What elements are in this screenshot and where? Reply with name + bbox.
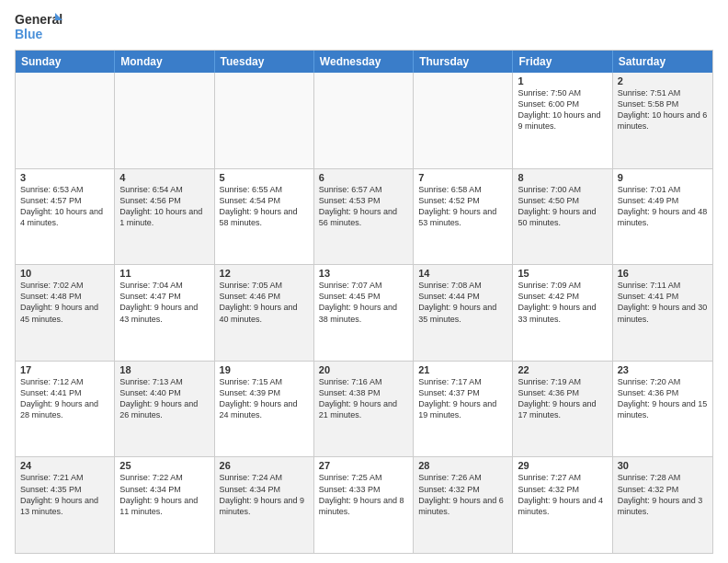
logo: GeneralBlue xyxy=(15,11,63,42)
day-number: 7 xyxy=(418,172,507,183)
day-info: Sunrise: 7:51 AM Sunset: 5:58 PM Dayligh… xyxy=(618,87,708,132)
day-number: 4 xyxy=(119,172,209,183)
calendar-cell-day-1: 1Sunrise: 7:50 AM Sunset: 6:00 PM Daylig… xyxy=(513,73,612,168)
svg-text:Blue: Blue xyxy=(15,27,43,41)
calendar-cell-empty-0-3 xyxy=(314,73,414,168)
calendar-row-0: 1Sunrise: 7:50 AM Sunset: 6:00 PM Daylig… xyxy=(16,73,712,168)
day-header-tuesday: Tuesday xyxy=(215,51,314,73)
day-info: Sunrise: 7:08 AM Sunset: 4:44 PM Dayligh… xyxy=(418,280,507,325)
day-info: Sunrise: 7:21 AM Sunset: 4:35 PM Dayligh… xyxy=(20,472,109,517)
calendar-cell-day-28: 28Sunrise: 7:26 AM Sunset: 4:32 PM Dayli… xyxy=(414,457,513,553)
calendar-header-row: SundayMondayTuesdayWednesdayThursdayFrid… xyxy=(16,51,712,73)
calendar-cell-day-16: 16Sunrise: 7:11 AM Sunset: 4:41 PM Dayli… xyxy=(613,265,712,361)
day-header-thursday: Thursday xyxy=(414,51,513,73)
calendar-cell-day-9: 9Sunrise: 7:01 AM Sunset: 4:49 PM Daylig… xyxy=(613,169,712,265)
calendar-cell-day-4: 4Sunrise: 6:54 AM Sunset: 4:56 PM Daylig… xyxy=(115,169,214,265)
calendar-cell-day-29: 29Sunrise: 7:27 AM Sunset: 4:32 PM Dayli… xyxy=(513,457,612,553)
calendar-cell-day-14: 14Sunrise: 7:08 AM Sunset: 4:44 PM Dayli… xyxy=(414,265,513,361)
day-info: Sunrise: 6:55 AM Sunset: 4:54 PM Dayligh… xyxy=(220,184,309,229)
day-info: Sunrise: 7:17 AM Sunset: 4:37 PM Dayligh… xyxy=(418,376,507,421)
day-info: Sunrise: 7:01 AM Sunset: 4:49 PM Dayligh… xyxy=(618,184,708,229)
day-number: 10 xyxy=(20,268,109,279)
day-number: 18 xyxy=(119,364,209,375)
day-info: Sunrise: 7:16 AM Sunset: 4:38 PM Dayligh… xyxy=(319,376,408,421)
day-info: Sunrise: 6:57 AM Sunset: 4:53 PM Dayligh… xyxy=(319,184,408,229)
day-info: Sunrise: 7:50 AM Sunset: 6:00 PM Dayligh… xyxy=(518,87,607,132)
day-info: Sunrise: 7:09 AM Sunset: 4:42 PM Dayligh… xyxy=(518,280,607,325)
calendar-cell-day-5: 5Sunrise: 6:55 AM Sunset: 4:54 PM Daylig… xyxy=(215,169,314,265)
calendar-cell-day-8: 8Sunrise: 7:00 AM Sunset: 4:50 PM Daylig… xyxy=(513,169,612,265)
calendar-cell-empty-0-1 xyxy=(115,73,214,168)
calendar-cell-day-27: 27Sunrise: 7:25 AM Sunset: 4:33 PM Dayli… xyxy=(314,457,414,553)
day-info: Sunrise: 7:05 AM Sunset: 4:46 PM Dayligh… xyxy=(220,280,309,325)
calendar-body: 1Sunrise: 7:50 AM Sunset: 6:00 PM Daylig… xyxy=(16,73,712,553)
calendar-cell-empty-0-4 xyxy=(414,73,513,168)
day-number: 15 xyxy=(518,268,607,279)
day-number: 2 xyxy=(618,75,708,86)
day-number: 11 xyxy=(119,268,209,279)
day-number: 3 xyxy=(20,172,109,183)
calendar-cell-empty-0-0 xyxy=(16,73,115,168)
day-number: 14 xyxy=(418,268,507,279)
day-number: 1 xyxy=(518,75,607,86)
day-number: 6 xyxy=(319,172,408,183)
day-number: 9 xyxy=(618,172,708,183)
day-number: 27 xyxy=(319,460,408,471)
calendar-cell-day-25: 25Sunrise: 7:22 AM Sunset: 4:34 PM Dayli… xyxy=(115,457,214,553)
day-info: Sunrise: 6:53 AM Sunset: 4:57 PM Dayligh… xyxy=(20,184,109,229)
day-number: 29 xyxy=(518,460,607,471)
calendar-cell-day-23: 23Sunrise: 7:20 AM Sunset: 4:36 PM Dayli… xyxy=(613,362,712,457)
calendar-cell-day-13: 13Sunrise: 7:07 AM Sunset: 4:45 PM Dayli… xyxy=(314,265,414,361)
day-number: 20 xyxy=(319,364,408,375)
day-number: 12 xyxy=(220,268,309,279)
day-number: 23 xyxy=(618,364,708,375)
day-number: 25 xyxy=(119,460,209,471)
calendar-cell-day-11: 11Sunrise: 7:04 AM Sunset: 4:47 PM Dayli… xyxy=(115,265,214,361)
day-number: 13 xyxy=(319,268,408,279)
calendar-cell-day-6: 6Sunrise: 6:57 AM Sunset: 4:53 PM Daylig… xyxy=(314,169,414,265)
day-number: 26 xyxy=(220,460,309,471)
header: GeneralBlue xyxy=(15,11,713,42)
calendar-cell-day-22: 22Sunrise: 7:19 AM Sunset: 4:36 PM Dayli… xyxy=(513,362,612,457)
calendar-cell-day-15: 15Sunrise: 7:09 AM Sunset: 4:42 PM Dayli… xyxy=(513,265,612,361)
calendar-cell-day-30: 30Sunrise: 7:28 AM Sunset: 4:32 PM Dayli… xyxy=(613,457,712,553)
day-info: Sunrise: 7:26 AM Sunset: 4:32 PM Dayligh… xyxy=(418,472,507,517)
day-info: Sunrise: 7:28 AM Sunset: 4:32 PM Dayligh… xyxy=(618,472,708,517)
day-info: Sunrise: 7:25 AM Sunset: 4:33 PM Dayligh… xyxy=(319,472,408,517)
day-info: Sunrise: 7:04 AM Sunset: 4:47 PM Dayligh… xyxy=(119,280,209,325)
day-header-saturday: Saturday xyxy=(613,51,712,73)
day-header-wednesday: Wednesday xyxy=(314,51,414,73)
calendar-cell-day-24: 24Sunrise: 7:21 AM Sunset: 4:35 PM Dayli… xyxy=(16,457,115,553)
day-header-monday: Monday xyxy=(115,51,214,73)
day-info: Sunrise: 7:00 AM Sunset: 4:50 PM Dayligh… xyxy=(518,184,607,229)
calendar-cell-day-19: 19Sunrise: 7:15 AM Sunset: 4:39 PM Dayli… xyxy=(215,362,314,457)
day-info: Sunrise: 7:24 AM Sunset: 4:34 PM Dayligh… xyxy=(220,472,309,517)
day-number: 21 xyxy=(418,364,507,375)
calendar-cell-day-3: 3Sunrise: 6:53 AM Sunset: 4:57 PM Daylig… xyxy=(16,169,115,265)
calendar-cell-day-17: 17Sunrise: 7:12 AM Sunset: 4:41 PM Dayli… xyxy=(16,362,115,457)
calendar-row-3: 17Sunrise: 7:12 AM Sunset: 4:41 PM Dayli… xyxy=(16,361,712,457)
calendar-cell-day-12: 12Sunrise: 7:05 AM Sunset: 4:46 PM Dayli… xyxy=(215,265,314,361)
calendar-row-1: 3Sunrise: 6:53 AM Sunset: 4:57 PM Daylig… xyxy=(16,168,712,265)
day-number: 24 xyxy=(20,460,109,471)
calendar-cell-day-20: 20Sunrise: 7:16 AM Sunset: 4:38 PM Dayli… xyxy=(314,362,414,457)
day-info: Sunrise: 7:19 AM Sunset: 4:36 PM Dayligh… xyxy=(518,376,607,421)
calendar-row-2: 10Sunrise: 7:02 AM Sunset: 4:48 PM Dayli… xyxy=(16,264,712,361)
day-info: Sunrise: 7:11 AM Sunset: 4:41 PM Dayligh… xyxy=(618,280,708,325)
day-info: Sunrise: 7:02 AM Sunset: 4:48 PM Dayligh… xyxy=(20,280,109,325)
calendar-cell-day-2: 2Sunrise: 7:51 AM Sunset: 5:58 PM Daylig… xyxy=(613,73,712,168)
calendar: SundayMondayTuesdayWednesdayThursdayFrid… xyxy=(15,50,713,554)
logo-svg: GeneralBlue xyxy=(15,11,63,42)
day-number: 8 xyxy=(518,172,607,183)
day-info: Sunrise: 7:07 AM Sunset: 4:45 PM Dayligh… xyxy=(319,280,408,325)
day-info: Sunrise: 7:20 AM Sunset: 4:36 PM Dayligh… xyxy=(618,376,708,421)
calendar-row-4: 24Sunrise: 7:21 AM Sunset: 4:35 PM Dayli… xyxy=(16,456,712,553)
calendar-cell-day-7: 7Sunrise: 6:58 AM Sunset: 4:52 PM Daylig… xyxy=(414,169,513,265)
calendar-cell-day-21: 21Sunrise: 7:17 AM Sunset: 4:37 PM Dayli… xyxy=(414,362,513,457)
day-info: Sunrise: 6:54 AM Sunset: 4:56 PM Dayligh… xyxy=(119,184,209,229)
calendar-cell-day-18: 18Sunrise: 7:13 AM Sunset: 4:40 PM Dayli… xyxy=(115,362,214,457)
day-info: Sunrise: 7:15 AM Sunset: 4:39 PM Dayligh… xyxy=(220,376,309,421)
day-info: Sunrise: 7:22 AM Sunset: 4:34 PM Dayligh… xyxy=(119,472,209,517)
day-header-sunday: Sunday xyxy=(16,51,115,73)
day-info: Sunrise: 7:13 AM Sunset: 4:40 PM Dayligh… xyxy=(119,376,209,421)
